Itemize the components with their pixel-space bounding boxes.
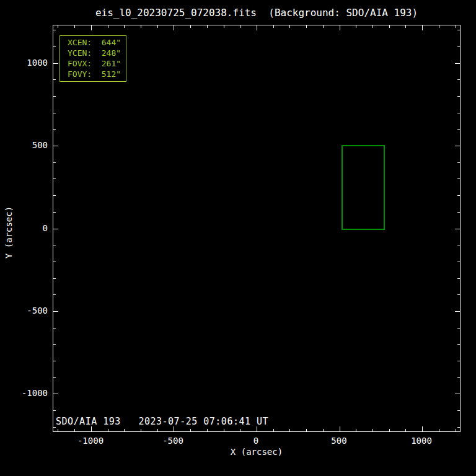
x-axis-tick bbox=[174, 25, 174, 30]
fov-info-box: XCEN: 644" YCEN: 248" FOVX: 261" FOVY: 5… bbox=[60, 35, 126, 82]
x-axis-tick bbox=[456, 25, 456, 28]
x-axis-tick bbox=[422, 426, 423, 431]
y-axis-tick bbox=[457, 245, 460, 245]
x-axis-tick bbox=[224, 429, 224, 431]
y-axis-tick bbox=[53, 79, 56, 80]
x-axis-tick bbox=[108, 25, 108, 28]
x-axis-title: X (arcsec) bbox=[53, 447, 461, 457]
fov-info-line-fovx: FOVX: 261" bbox=[68, 58, 126, 69]
y-axis-tick-label: 500 bbox=[9, 140, 48, 150]
x-axis-tick bbox=[91, 426, 92, 431]
plot-title: eis_l0_20230725_072038.fits (Background:… bbox=[53, 7, 461, 19]
x-axis-tick-label: 0 bbox=[231, 436, 281, 446]
x-axis-tick bbox=[356, 429, 356, 431]
x-axis-tick bbox=[340, 25, 340, 30]
y-axis-tick bbox=[455, 394, 460, 394]
y-axis-tick bbox=[53, 63, 58, 64]
x-axis-tick bbox=[190, 25, 191, 28]
x-axis-tick bbox=[157, 429, 158, 431]
fov-rectangle bbox=[342, 145, 385, 230]
fov-info-line-fovy: FOVY: 512" bbox=[68, 69, 126, 79]
y-axis-tick bbox=[53, 162, 56, 163]
x-axis-tick bbox=[439, 429, 439, 431]
x-axis-tick bbox=[207, 429, 208, 431]
y-axis-tick bbox=[457, 410, 460, 411]
x-axis-tick bbox=[141, 25, 141, 28]
y-axis-tick bbox=[53, 410, 56, 411]
eis-fov-plot-window: eis_l0_20230725_072038.fits (Background:… bbox=[0, 0, 476, 476]
x-axis-tick bbox=[257, 426, 257, 431]
y-axis-tick bbox=[457, 162, 460, 163]
x-axis-tick-label: -500 bbox=[148, 436, 198, 446]
y-axis-tick bbox=[53, 278, 56, 279]
y-axis-tick bbox=[53, 178, 56, 179]
y-axis-tick bbox=[53, 129, 56, 130]
x-axis-tick bbox=[439, 25, 439, 28]
y-axis-tick bbox=[53, 311, 58, 312]
x-axis-tick-label: 500 bbox=[314, 436, 364, 446]
y-axis-tick bbox=[53, 96, 56, 97]
x-axis-tick bbox=[372, 429, 373, 431]
y-axis-tick bbox=[53, 229, 58, 229]
background-image-label: SDO/AIA 193 2023-07-25 07:06:41 UT bbox=[56, 416, 268, 427]
y-axis-tick-label: 1000 bbox=[9, 58, 48, 68]
y-axis-tick bbox=[457, 212, 460, 213]
y-axis-tick bbox=[457, 113, 460, 113]
x-axis-tick bbox=[74, 25, 75, 28]
x-axis-tick bbox=[289, 25, 290, 28]
y-axis-tick bbox=[53, 113, 56, 113]
y-axis-tick bbox=[53, 344, 56, 345]
x-axis-tick bbox=[58, 25, 58, 28]
y-axis-tick bbox=[457, 96, 460, 97]
y-axis-tick bbox=[53, 394, 58, 394]
x-axis-tick bbox=[289, 429, 290, 431]
x-axis-tick-label: 1000 bbox=[397, 436, 446, 446]
x-axis-tick-label: -1000 bbox=[66, 436, 115, 446]
x-axis-tick bbox=[240, 25, 240, 28]
y-axis-tick-label: -1000 bbox=[9, 388, 48, 398]
y-axis-tick bbox=[53, 328, 56, 328]
x-axis-tick bbox=[273, 25, 274, 28]
y-axis-tick bbox=[53, 30, 56, 30]
y-axis-tick bbox=[455, 146, 460, 146]
y-axis-tick bbox=[457, 328, 460, 328]
y-axis-tick bbox=[53, 262, 56, 262]
y-axis-tick bbox=[457, 129, 460, 130]
x-axis-tick bbox=[306, 429, 307, 431]
x-axis-tick bbox=[141, 429, 141, 431]
x-axis-tick bbox=[240, 429, 240, 431]
y-axis-tick bbox=[457, 30, 460, 30]
y-axis-tick bbox=[53, 361, 56, 361]
y-axis-tick bbox=[457, 195, 460, 196]
y-axis-tick bbox=[457, 278, 460, 279]
x-axis-tick bbox=[74, 429, 75, 431]
y-axis-tick bbox=[53, 146, 58, 146]
y-axis-tick bbox=[457, 427, 460, 428]
x-axis-tick bbox=[58, 429, 58, 431]
y-axis-tick bbox=[53, 245, 56, 245]
x-axis-tick bbox=[372, 25, 373, 28]
x-axis-tick bbox=[108, 429, 108, 431]
y-axis-tick bbox=[53, 212, 56, 213]
y-axis-tick bbox=[53, 294, 56, 295]
x-axis-tick bbox=[207, 25, 208, 28]
x-axis-tick bbox=[190, 429, 191, 431]
y-axis-tick-label: 0 bbox=[9, 223, 48, 233]
y-axis-tick bbox=[457, 377, 460, 378]
y-axis-tick bbox=[53, 377, 56, 378]
y-axis-tick bbox=[457, 46, 460, 47]
x-axis-tick bbox=[389, 429, 390, 431]
x-axis-tick bbox=[273, 429, 274, 431]
x-axis-tick bbox=[124, 25, 125, 28]
y-axis-tick bbox=[53, 195, 56, 196]
y-axis-tick bbox=[457, 79, 460, 80]
x-axis-tick bbox=[306, 25, 307, 28]
x-axis-tick bbox=[389, 25, 390, 28]
x-axis-tick bbox=[91, 25, 92, 30]
x-axis-tick bbox=[405, 25, 406, 28]
fov-info-line-ycen: YCEN: 248" bbox=[68, 48, 126, 58]
y-axis-tick bbox=[457, 262, 460, 262]
y-axis-tick bbox=[53, 427, 56, 428]
y-axis-tick bbox=[457, 294, 460, 295]
x-axis-tick bbox=[456, 429, 456, 431]
